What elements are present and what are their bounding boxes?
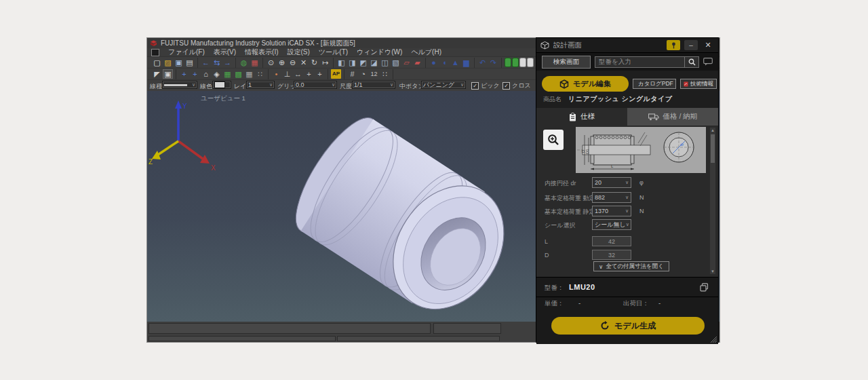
menu-item-4[interactable]: ツール(T) — [319, 48, 348, 57]
rotate-view-icon[interactable]: ↻ — [309, 58, 319, 67]
solid-block-icon[interactable]: ▆ — [461, 58, 471, 67]
panel-titlebar[interactable]: 設計画面 – ✕ — [536, 38, 718, 53]
hatch-tool-icon[interactable]: ◈ — [212, 69, 222, 79]
menu-item-5[interactable]: ウィンドウ(W) — [357, 48, 402, 57]
tab-spec[interactable]: 仕様 — [536, 108, 627, 126]
horizontal-point-icon[interactable]: ↔ — [293, 69, 303, 79]
system-menu-icon[interactable] — [151, 49, 159, 56]
save-icon[interactable]: ▣ — [174, 58, 184, 67]
menu-item-2[interactable]: 情報表示(I) — [245, 48, 278, 57]
cylinder-light-2-icon[interactable] — [527, 58, 534, 67]
dot-grid-icon[interactable]: ∷ — [380, 69, 390, 79]
model-number-input[interactable]: 型番を入力 — [595, 56, 699, 68]
drawing-zoom-button[interactable] — [543, 130, 564, 150]
print-icon[interactable]: ▤ — [184, 58, 195, 67]
view-cube-2-icon[interactable]: ◨ — [347, 58, 357, 67]
spec-dropdown[interactable]: シール無し∨ — [592, 219, 631, 230]
layer-dropdown[interactable]: 1∨ — [246, 81, 275, 89]
view-cube-5-icon[interactable]: ◫ — [380, 58, 390, 67]
chevron-down-icon: ∨ — [626, 222, 629, 227]
spec-dropdown[interactable]: 882∨ — [592, 192, 631, 203]
snap-center-1-icon[interactable]: + — [179, 69, 189, 79]
angle-snap-icon[interactable]: ◔ — [358, 69, 368, 79]
grid-green-2-icon[interactable]: ▩ — [233, 69, 243, 79]
zoom-window-icon[interactable]: ✕ — [298, 58, 309, 67]
spec-dropdown[interactable]: 20∨ — [592, 177, 631, 188]
spec-dropdown[interactable]: 1370∨ — [592, 206, 631, 216]
numbered-grid-icon[interactable]: 12 — [369, 69, 379, 79]
clipboard-icon — [569, 113, 576, 121]
open-folder-icon[interactable]: ▨ — [163, 58, 173, 67]
menu-item-6[interactable]: ヘルプ(H) — [411, 48, 441, 57]
convert-2d3d-icon[interactable]: ▦ — [250, 58, 260, 67]
solid-cone-icon[interactable]: ▲ — [450, 58, 460, 67]
vertical-scrollbar[interactable]: ▲ ▼ — [709, 127, 716, 275]
cylinder-green-2-icon[interactable] — [512, 58, 519, 67]
search-screen-button[interactable]: 検索画面 — [542, 56, 591, 69]
model-edit-button[interactable]: モデル編集 — [542, 76, 629, 92]
zoom-out-icon[interactable]: ⊖ — [288, 58, 298, 67]
line-color-button[interactable] — [212, 81, 231, 89]
comment-icon[interactable] — [703, 58, 713, 66]
tech-info-button[interactable]: 技術情報 — [680, 79, 717, 89]
solid-edit-2-icon[interactable]: ▰ — [412, 58, 422, 67]
select-cursor-icon[interactable]: ◤ — [152, 69, 162, 79]
cylinder-light-1-icon[interactable] — [519, 58, 526, 67]
zoom-icon[interactable]: ⊙ — [266, 58, 276, 67]
zoom-in-icon[interactable]: ⊕ — [277, 58, 287, 67]
scale-dropdown[interactable]: 1/1∨ — [352, 81, 395, 89]
pin-button[interactable] — [667, 40, 680, 50]
search-button[interactable] — [684, 57, 698, 67]
scrollbar-thumb[interactable] — [711, 134, 715, 163]
cross-checkbox[interactable]: ✓ クロス — [502, 81, 531, 90]
solid-sphere-icon[interactable]: ● — [429, 58, 439, 67]
menu-item-3[interactable]: 設定(S) — [288, 48, 310, 57]
mini-grid-icon[interactable]: ∷ — [255, 69, 265, 79]
pdf-icon — [684, 81, 688, 88]
midpoint-icon[interactable]: + — [304, 69, 314, 79]
dimension-drawing[interactable]: D D1 L dr — [576, 127, 706, 173]
new-file-icon[interactable]: ▢ — [152, 58, 162, 67]
input-placeholder: 型番を入力 — [595, 58, 684, 66]
grid-arrow-icon[interactable]: ▦ — [244, 69, 254, 79]
copy-icon[interactable] — [700, 283, 709, 292]
scroll-up-icon[interactable]: ▲ — [710, 128, 715, 132]
point-tool-icon[interactable]: • — [271, 69, 281, 79]
polygon-tool-icon[interactable]: ⌂ — [201, 69, 211, 79]
pan-view-icon[interactable]: ↦ — [320, 58, 330, 67]
undo-icon[interactable]: ↶ — [477, 58, 488, 67]
solid-edit-1-icon[interactable]: ▱ — [401, 58, 412, 67]
minimize-button[interactable]: – — [684, 40, 698, 50]
close-button[interactable]: ✕ — [702, 40, 714, 50]
line-type-dropdown[interactable]: ∨ — [162, 81, 197, 89]
grid-green-1-icon[interactable]: ▦ — [222, 69, 233, 79]
ap-snap-mode-icon[interactable]: AP — [331, 69, 341, 79]
grid-dropdown[interactable]: 0.0∨ — [294, 81, 337, 89]
scroll-down-icon[interactable]: ▼ — [710, 269, 715, 273]
perpendicular-point-icon[interactable]: ⊥ — [282, 69, 292, 79]
crosshair-snap-icon[interactable]: # — [347, 69, 357, 79]
pick-checkbox[interactable]: ✓ ピック — [471, 81, 500, 90]
menu-item-0[interactable]: ファイル(F) — [168, 48, 205, 57]
redo-icon[interactable]: ↷ — [488, 58, 498, 67]
model-generate-button[interactable]: モデル生成 — [551, 317, 705, 335]
snap-center-2-icon[interactable]: + — [190, 69, 200, 79]
catalog-pdf-button[interactable]: カタログPDF — [633, 79, 676, 89]
solid-blob-icon[interactable]: ◖ — [439, 58, 450, 67]
cylinder-green-1-icon[interactable] — [505, 58, 511, 67]
middle-button-dropdown[interactable]: パンニング∨ — [421, 81, 466, 89]
expand-dimensions-button[interactable]: ∨ 全ての付属寸法を開く — [593, 261, 669, 271]
swap-view-icon[interactable]: ⇆ — [212, 58, 222, 67]
back-arrow-icon[interactable]: ← — [201, 58, 211, 67]
select-box-icon[interactable]: ▣ — [163, 69, 173, 79]
forward-arrow-icon[interactable]: → — [222, 58, 233, 67]
menu-item-1[interactable]: 表示(V) — [214, 48, 236, 57]
view-cube-3-icon[interactable]: ◩ — [358, 58, 368, 67]
view-cube-6-icon[interactable]: ▧ — [391, 58, 401, 67]
view-cube-1-icon[interactable]: ◧ — [336, 58, 347, 67]
resize-grip[interactable] — [711, 337, 717, 343]
tab-price-delivery[interactable]: 価格 / 納期 — [627, 108, 718, 126]
cross-point-icon[interactable]: + — [315, 69, 325, 79]
view-3d-globe-icon[interactable]: ◍ — [239, 58, 249, 67]
view-cube-4-icon[interactable]: ◪ — [369, 58, 379, 67]
